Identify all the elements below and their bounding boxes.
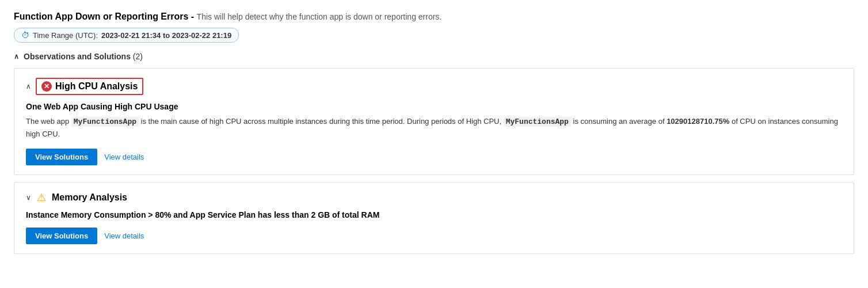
subtitle-text: This will help detect why the function a… [197, 12, 442, 21]
observations-section-header[interactable]: ∧ Observations and Solutions (2) [14, 52, 854, 61]
cpu-analysis-card: ∧ ✕ High CPU Analysis One Web App Causin… [14, 68, 854, 175]
cpu-app-name-2: MyFunctionsApp [504, 117, 571, 127]
error-icon: ✕ [41, 81, 52, 92]
cpu-action-row: View Solutions View details [26, 149, 842, 165]
cpu-title-highlight: ✕ High CPU Analysis [36, 78, 143, 95]
clock-icon: ⏱ [21, 31, 29, 40]
memory-view-details-link[interactable]: View details [104, 232, 144, 240]
memory-observation-title: Instance Memory Consumption > 80% and Ap… [26, 210, 842, 219]
cpu-card-title: High CPU Analysis [55, 81, 138, 92]
time-range-label: Time Range (UTC): [33, 31, 98, 40]
page-container: Function App Down or Reporting Errors - … [14, 12, 854, 254]
time-range-value: 2023-02-21 21:34 to 2023-02-22 21:19 [101, 31, 231, 40]
memory-view-solutions-button[interactable]: View Solutions [26, 228, 97, 244]
memory-card-header: ∨ ⚠ Memory Analysis [26, 192, 842, 203]
title-separator: - [188, 12, 196, 21]
cpu-observation-title: One Web App Causing High CPU Usage [26, 102, 842, 111]
memory-analysis-card: ∨ ⚠ Memory Analysis Instance Memory Cons… [14, 182, 854, 254]
cpu-view-details-link[interactable]: View details [104, 153, 144, 161]
memory-chevron-icon[interactable]: ∨ [26, 194, 31, 202]
warning-icon: ⚠ [36, 192, 47, 203]
cpu-highlight-value: 10290128710.75% [667, 117, 729, 126]
cpu-app-name-1: MyFunctionsApp [71, 117, 139, 127]
memory-card-title: Memory Analysis [52, 192, 127, 203]
time-range-badge: ⏱ Time Range (UTC): 2023-02-21 21:34 to … [14, 28, 239, 43]
section-title: Observations and Solutions (2) [24, 52, 143, 61]
cpu-observation-body: The web app MyFunctionsApp is the main c… [26, 116, 842, 141]
page-title: Function App Down or Reporting Errors - … [14, 12, 854, 22]
cpu-chevron-icon[interactable]: ∧ [26, 82, 31, 90]
memory-action-row: View Solutions View details [26, 228, 842, 244]
title-text: Function App Down or Reporting Errors [14, 12, 188, 21]
cpu-view-solutions-button[interactable]: View Solutions [26, 149, 97, 165]
cpu-card-header: ∧ ✕ High CPU Analysis [26, 78, 842, 95]
section-chevron-up: ∧ [14, 52, 19, 60]
